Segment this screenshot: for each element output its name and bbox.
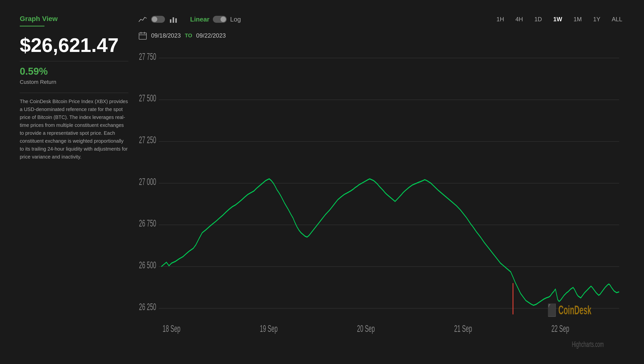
time-btn-4h[interactable]: 4H [513,15,525,24]
svg-text:21 Sep: 21 Sep [454,323,472,334]
price-line [161,179,619,305]
line-chart-icon[interactable] [138,15,147,24]
log-label[interactable]: Log [230,16,241,23]
svg-text:20 Sep: 20 Sep [357,323,375,334]
svg-text:22 Sep: 22 Sep [552,323,569,334]
toggle-knob [152,17,157,22]
time-btn-1m[interactable]: 1M [572,15,584,24]
svg-text:Highcharts.com: Highcharts.com [572,340,604,349]
time-btn-1y[interactable]: 1Y [591,15,602,24]
time-btn-1d[interactable]: 1D [532,15,544,24]
graph-view-title: Graph View [20,15,128,23]
divider-1 [20,61,128,61]
date-to-label: TO [185,32,192,39]
time-btn-1h[interactable]: 1H [494,15,506,24]
svg-text:27 500: 27 500 [139,93,156,104]
time-btn-all[interactable]: ALL [610,15,624,24]
svg-text:18 Sep: 18 Sep [163,323,180,334]
percent-return: 0.59% [20,66,128,77]
svg-text:19 Sep: 19 Sep [260,323,278,334]
svg-text:27 750: 27 750 [139,51,156,62]
linear-log-knob [220,17,226,22]
svg-rect-0 [170,19,171,23]
time-period-buttons: 1H 4H 1D 1W 1M 1Y ALL [494,15,624,24]
chart-type-icons [138,15,178,24]
svg-rect-3 [139,33,146,39]
divider-2 [20,93,128,93]
svg-text:26 500: 26 500 [139,260,156,271]
bitcoin-price: $26,621.47 [20,35,128,55]
chart-area: 27 750 27 500 27 250 27 000 26 750 26 50… [138,45,624,349]
date-from[interactable]: 09/18/2023 [151,32,181,39]
price-chart: 27 750 27 500 27 250 27 000 26 750 26 50… [138,45,624,349]
linear-log-toggle: Linear Log [190,16,241,23]
linear-label[interactable]: Linear [190,16,210,23]
time-btn-1w[interactable]: 1W [552,15,564,24]
svg-text:27 250: 27 250 [139,134,156,145]
chart-type-toggle[interactable] [151,16,165,23]
graph-view-underline [20,26,44,27]
svg-rect-2 [175,18,177,23]
index-description: The CoinDesk Bitcoin Price Index (XBX) p… [20,97,128,161]
controls-row: Linear Log 1H 4H 1D 1W 1M 1Y ALL [138,15,624,24]
svg-text:26 750: 26 750 [139,218,156,229]
svg-text:26 250: 26 250 [139,301,156,312]
custom-return-label: Custom Return [20,79,128,85]
date-to[interactable]: 09/22/2023 [196,32,226,39]
date-range-row: 09/18/2023 TO 09/22/2023 [138,31,624,40]
svg-text:27 000: 27 000 [139,176,156,187]
svg-rect-1 [172,17,174,23]
bar-chart-icon[interactable] [169,15,178,24]
calendar-icon[interactable] [138,31,147,40]
linear-log-toggle-switch[interactable] [213,16,227,23]
svg-text:⬛ CoinDesk: ⬛ CoinDesk [548,303,592,318]
